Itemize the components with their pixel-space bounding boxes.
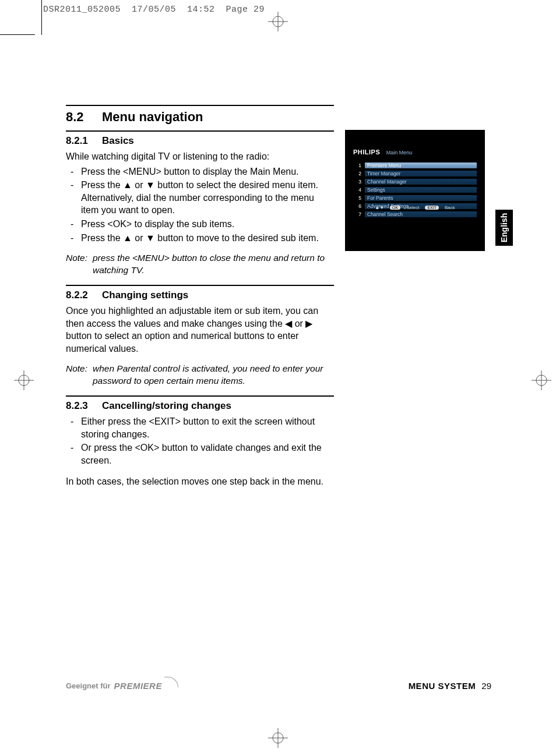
language-tab: English xyxy=(495,210,513,246)
subheading-number: 8.2.3 xyxy=(66,400,102,412)
tv-menu-item: 5For Parents xyxy=(353,194,477,202)
premiere-arc-icon xyxy=(164,677,178,687)
list-item: Press the <MENU> button to display the M… xyxy=(66,165,334,178)
crop-mark xyxy=(0,34,35,35)
tv-item-index: 5 xyxy=(353,195,361,201)
footer-page-number: 29 xyxy=(481,681,491,691)
divider xyxy=(66,395,334,397)
tv-screenshot: PHILIPS Main Menu 1Premiere Menu 2Timer … xyxy=(345,130,485,251)
tv-item-index: 3 xyxy=(353,179,361,185)
crop-mark xyxy=(41,0,42,35)
footer-right: MENU SYSTEM 29 xyxy=(409,681,491,691)
divider xyxy=(66,285,334,286)
section-heading: 8.2Menu navigation xyxy=(66,109,334,125)
tv-item-label: Timer Manager xyxy=(365,171,477,176)
list-item: Press the ▲ or ▼ button to select the de… xyxy=(66,179,334,217)
tv-menu-item: 7Channel Search xyxy=(353,210,477,218)
tv-item-label: Settings xyxy=(365,187,477,193)
ok-label: Select xyxy=(406,205,419,210)
intro-text: While watching digital TV or listening t… xyxy=(66,150,334,163)
subsection-heading: 8.2.2Changing settings xyxy=(66,289,334,301)
tv-screen-title: Main Menu xyxy=(386,150,413,156)
tv-menu-item: 2Timer Manager xyxy=(353,169,477,178)
instruction-list: Either press the <EXIT> button to exit t… xyxy=(66,415,334,467)
divider xyxy=(66,130,334,132)
heading-title: Menu navigation xyxy=(102,109,203,124)
intro-text: Once you highlighted an adjustable item … xyxy=(66,305,334,355)
exit-label: Back xyxy=(445,205,455,210)
premiere-logo: PREMIERE xyxy=(114,681,162,691)
note-label: Note: xyxy=(66,252,93,264)
tv-item-index: 1 xyxy=(353,162,361,168)
note-body: press the <MENU> button to close the men… xyxy=(93,252,334,277)
registration-mark-icon xyxy=(532,370,551,390)
registration-mark-icon xyxy=(14,370,34,390)
subheading-title: Changing settings xyxy=(102,289,188,301)
tv-inner: PHILIPS Main Menu 1Premiere Menu 2Timer … xyxy=(353,146,477,218)
closing-text: In both cases, the selection moves one s… xyxy=(66,475,334,488)
note: Note: when Parental control is activated… xyxy=(66,363,334,387)
divider xyxy=(66,105,334,106)
tv-item-index: 2 xyxy=(353,171,361,176)
language-label: English xyxy=(499,213,509,243)
list-item: Or press the <OK> button to validate cha… xyxy=(66,441,334,467)
footer-prefix: Geeignet für xyxy=(66,681,111,690)
heading-number: 8.2 xyxy=(66,109,102,125)
tv-menu-item: 1Premiere Menu xyxy=(353,161,477,169)
tv-brand: PHILIPS xyxy=(353,149,380,156)
tv-item-index: 4 xyxy=(353,187,361,193)
note: Note: press the <MENU> button to close t… xyxy=(66,252,334,277)
subheading-title: Cancelling/storing changes xyxy=(102,400,231,411)
list-item: Either press the <EXIT> button to exit t… xyxy=(66,415,334,440)
note-body: when Parental control is activated, you … xyxy=(93,363,334,387)
tv-menu-item: 3Channel Manager xyxy=(353,178,477,186)
tv-item-index: 7 xyxy=(353,211,361,217)
tv-menu-item: 4Settings xyxy=(353,186,477,194)
exit-pill: EXIT xyxy=(425,206,439,210)
prepress-page: Page 29 xyxy=(226,5,265,15)
tv-item-label: Channel Search xyxy=(365,211,477,217)
ok-pill: OK xyxy=(390,206,400,210)
footer-section: MENU SYSTEM xyxy=(409,681,476,691)
tv-item-label: Channel Manager xyxy=(365,179,477,185)
subheading-number: 8.2.2 xyxy=(66,289,102,301)
tv-footer-hints: ▲▼ OK Select EXIT Back xyxy=(353,205,477,210)
instruction-list: Press the <MENU> button to display the M… xyxy=(66,165,334,245)
tv-item-label: For Parents xyxy=(365,195,477,201)
list-item: Press the ▲ or ▼ button to move to the d… xyxy=(66,232,334,245)
page: DSR2011_052005 17/05/05 14:52 Page 29 8.… xyxy=(0,0,556,756)
main-content: 8.2Menu navigation 8.2.1Basics While wat… xyxy=(66,99,334,487)
tv-item-label: Premiere Menu xyxy=(365,162,477,168)
note-label: Note: xyxy=(66,363,93,375)
subheading-title: Basics xyxy=(102,135,134,146)
nav-arrows-icon: ▲▼ xyxy=(375,205,384,210)
prepress-filename: DSR2011_052005 xyxy=(43,5,121,15)
page-footer: Geeignet für PREMIERE MENU SYSTEM 29 xyxy=(66,680,491,691)
prepress-date: 17/05/05 xyxy=(132,5,176,15)
prepress-time: 14:52 xyxy=(187,5,215,15)
subsection-heading: 8.2.1Basics xyxy=(66,135,334,147)
list-item: Press <OK> to display the sub items. xyxy=(66,218,334,231)
registration-mark-icon xyxy=(268,728,288,748)
prepress-header: DSR2011_052005 17/05/05 14:52 Page 29 xyxy=(43,5,265,15)
registration-mark-icon xyxy=(268,12,288,31)
subsection-heading: 8.2.3Cancelling/storing changes xyxy=(66,400,334,412)
subheading-number: 8.2.1 xyxy=(66,135,102,147)
footer-left: Geeignet für PREMIERE xyxy=(66,680,178,691)
